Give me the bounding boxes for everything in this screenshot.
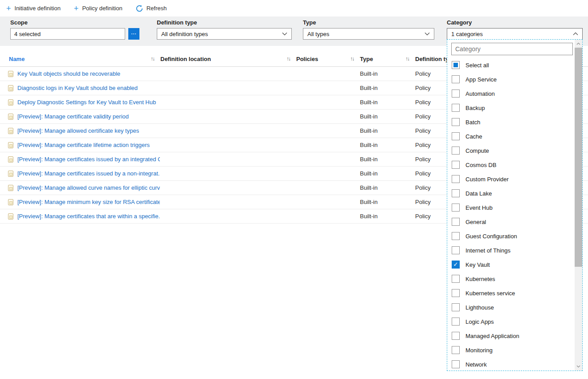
category-option[interactable]: Logic Apps (447, 314, 575, 329)
policy-link[interactable]: [Preview]: Manage certificates issued by… (17, 156, 160, 163)
checkbox-icon[interactable] (452, 204, 460, 212)
type-cell: Built-in (360, 99, 415, 106)
policy-link[interactable]: [Preview]: Manage allowed curve names fo… (17, 184, 160, 191)
dropdown-scrollbar[interactable] (575, 40, 582, 371)
scrollbar-thumb[interactable] (575, 48, 582, 267)
checkbox-icon[interactable] (452, 360, 460, 368)
checkbox-icon[interactable] (452, 132, 460, 140)
policy-link[interactable]: [Preview]: Manage certificates that are … (17, 213, 160, 220)
category-option-label: Kubernetes (466, 276, 495, 282)
checkbox-icon[interactable] (452, 175, 460, 183)
category-option[interactable]: Backup (447, 101, 575, 115)
policy-link[interactable]: [Preview]: Manage certificate lifetime a… (17, 142, 150, 148)
policy-link[interactable]: [Preview]: Manage certificate validity p… (17, 113, 129, 120)
sort-icon[interactable]: ↑↓ (347, 56, 354, 62)
checkbox-icon[interactable] (452, 118, 460, 126)
category-option-label: App Service (466, 76, 497, 83)
scroll-up-icon[interactable] (575, 40, 582, 47)
checkbox-icon[interactable] (452, 346, 460, 354)
type-cell: Built-in (360, 213, 415, 220)
category-search-input[interactable] (451, 43, 573, 55)
checkbox-icon[interactable] (452, 332, 460, 340)
category-option[interactable]: Network (447, 357, 575, 371)
category-dropdown-panel: Select all App Service Automation Backup… (447, 39, 583, 371)
category-option-label: Custom Provider (466, 176, 509, 183)
checkbox-icon[interactable] (452, 232, 460, 240)
checkbox-icon[interactable] (452, 147, 460, 155)
checkbox-icon[interactable] (452, 161, 460, 169)
sort-icon[interactable]: ↑↓ (148, 56, 154, 62)
category-option[interactable]: Cosmos DB (447, 158, 575, 172)
policy-link[interactable]: [Preview]: Manage certificates issued by… (17, 170, 160, 177)
checkbox-icon[interactable] (452, 275, 460, 283)
policy-document-icon (8, 71, 13, 77)
category-option[interactable]: Cache (447, 129, 575, 143)
policy-document-icon (8, 185, 13, 191)
category-option[interactable]: Kubernetes (447, 272, 575, 286)
category-option[interactable]: Monitoring (447, 343, 575, 357)
category-option-label: Cosmos DB (466, 162, 496, 168)
category-option[interactable]: Data Lake (447, 186, 575, 200)
checkbox-icon[interactable] (452, 318, 460, 326)
category-option[interactable]: Internet of Things (447, 243, 575, 257)
category-option[interactable]: Event Hub (447, 200, 575, 215)
scope-input[interactable] (10, 28, 125, 40)
policy-document-icon (8, 114, 13, 120)
definition-type-select[interactable]: All definition types (157, 28, 292, 40)
chevron-up-icon (573, 32, 578, 36)
sort-icon[interactable]: ↑↓ (284, 56, 290, 62)
checkbox-checked-icon[interactable] (452, 261, 460, 269)
category-option-label: Batch (466, 119, 480, 126)
policy-link[interactable]: [Preview]: Manage minimum key size for R… (17, 199, 160, 205)
checkbox-icon[interactable] (452, 289, 460, 297)
category-option[interactable]: Guest Configuration (447, 229, 575, 243)
category-option-select-all[interactable]: Select all (447, 58, 575, 72)
column-header-name[interactable]: Name ↑↓ (0, 51, 160, 66)
category-select[interactable]: 1 categories (447, 28, 583, 40)
category-option-label: Kubernetes service (466, 290, 515, 297)
initiative-definition-label: Initiative definition (15, 5, 61, 12)
policy-link[interactable]: [Preview]: Manage allowed certificate ke… (17, 127, 139, 134)
column-header-policies[interactable]: Policies ↑↓ (296, 51, 360, 66)
category-option[interactable]: Custom Provider (447, 172, 575, 186)
checkbox-icon[interactable] (452, 246, 460, 254)
policy-definition-button[interactable]: + Policy definition (74, 4, 122, 12)
category-option[interactable]: App Service (447, 72, 575, 86)
checkbox-indeterminate-icon[interactable] (452, 61, 460, 69)
category-option[interactable]: Automation (447, 86, 575, 101)
category-option[interactable]: Compute (447, 143, 575, 158)
category-option-label: Data Lake (466, 190, 492, 197)
refresh-button[interactable]: Refresh (136, 5, 167, 12)
chevron-down-icon (282, 32, 287, 36)
column-header-type[interactable]: Type ↑↓ (360, 51, 415, 66)
type-value: All types (307, 31, 329, 37)
checkbox-icon[interactable] (452, 104, 460, 112)
category-option[interactable]: Managed Application (447, 329, 575, 343)
checkbox-icon[interactable] (452, 303, 460, 311)
category-option[interactable]: General (447, 215, 575, 229)
scroll-down-icon[interactable] (575, 363, 582, 370)
policy-link[interactable]: Diagnostic logs in Key Vault should be e… (17, 85, 138, 91)
checkbox-icon[interactable] (452, 90, 460, 98)
policy-link[interactable]: Key Vault objects should be recoverable (17, 70, 120, 77)
category-option-label: Select all (466, 62, 489, 69)
checkbox-icon[interactable] (452, 189, 460, 197)
category-option-label: Logic Apps (466, 318, 494, 325)
column-header-definition-location[interactable]: Definition location ↑↓ (160, 51, 296, 66)
category-option-key-vault[interactable]: Key Vault (447, 257, 575, 272)
category-option[interactable]: Lighthouse (447, 300, 575, 314)
column-label: Type (360, 56, 373, 62)
category-option[interactable]: Batch (447, 115, 575, 129)
initiative-definition-button[interactable]: + Initiative definition (6, 4, 61, 12)
type-cell: Built-in (360, 170, 415, 177)
column-label: Policies (296, 56, 318, 62)
policy-link[interactable]: Deploy Diagnostic Settings for Key Vault… (17, 99, 156, 106)
sort-icon[interactable]: ↑↓ (403, 56, 409, 62)
scope-more-button[interactable]: ... (128, 28, 139, 40)
checkbox-icon[interactable] (452, 218, 460, 226)
category-option[interactable]: Kubernetes service (447, 286, 575, 300)
checkbox-icon[interactable] (452, 75, 460, 83)
policy-document-icon (8, 85, 13, 91)
definition-type-value: All definition types (161, 31, 208, 37)
type-select[interactable]: All types (303, 28, 434, 40)
